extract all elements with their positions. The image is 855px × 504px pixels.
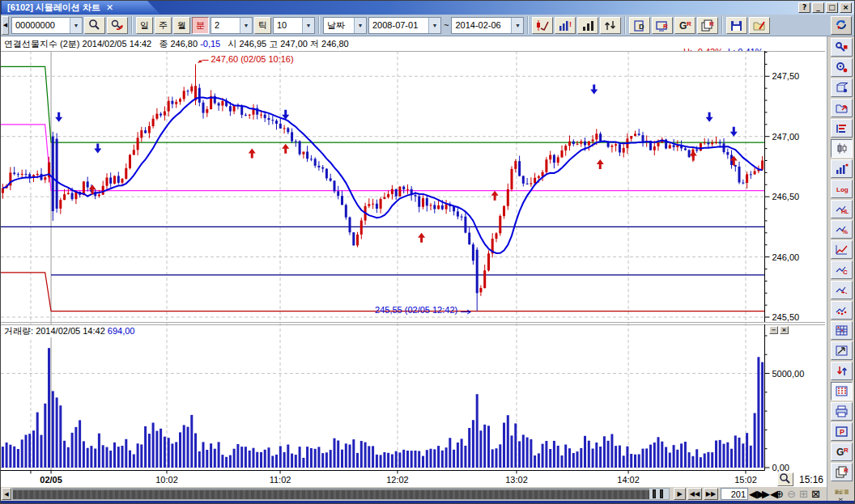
period-button-0[interactable]: 일 bbox=[136, 17, 153, 34]
symbol-input[interactable]: 00000000▼ bbox=[11, 17, 83, 34]
down-up-arrows-icon[interactable] bbox=[831, 362, 853, 380]
chevron-down-icon[interactable]: ▼ bbox=[302, 18, 314, 33]
date-from-select[interactable]: 2008-07-01▼ bbox=[368, 17, 441, 34]
separator bbox=[131, 16, 133, 34]
close-button[interactable]: × bbox=[840, 2, 852, 13]
data-table-icon[interactable] bbox=[831, 321, 853, 340]
tool-config-icon[interactable] bbox=[831, 38, 853, 57]
svg-text:14:02: 14:02 bbox=[617, 475, 640, 485]
close-value: 246,80 bbox=[170, 39, 198, 49]
trend-zoom-icon[interactable] bbox=[831, 341, 853, 360]
tab-close-icon[interactable]: ✕ bbox=[106, 1, 113, 15]
candle-chart-icon[interactable] bbox=[831, 139, 853, 158]
scrollbar-grip[interactable] bbox=[660, 489, 663, 498]
high-low-chart-icon[interactable]: HL bbox=[831, 200, 853, 218]
minute-select[interactable]: 2▼ bbox=[211, 17, 253, 34]
window-bottom-edge bbox=[1, 501, 854, 504]
chart-scrollbar[interactable] bbox=[12, 488, 670, 500]
line-chart-icon[interactable] bbox=[831, 240, 853, 259]
plus-minus-chart-icon[interactable]: +- bbox=[831, 281, 853, 299]
tick-count-select[interactable]: 10▼ bbox=[273, 17, 315, 34]
quote-header: 연결선물지수 (2분) 2014/02/05 14:42 종 246,80 -0… bbox=[4, 38, 349, 50]
svg-text:%: % bbox=[842, 228, 848, 235]
auto-refresh-icon[interactable]: GR bbox=[674, 17, 695, 34]
svg-text:D: D bbox=[639, 23, 644, 31]
help-button[interactable]: ? bbox=[798, 2, 810, 13]
period-button-3[interactable]: 분 bbox=[192, 17, 209, 34]
period-button-2[interactable]: 월 bbox=[173, 17, 190, 34]
volume-indicator-icon[interactable] bbox=[577, 17, 598, 34]
svg-text:R: R bbox=[709, 20, 714, 28]
percent-chart-icon[interactable]: % bbox=[831, 220, 853, 239]
bar-count-input[interactable] bbox=[721, 488, 748, 500]
scroll-left-button[interactable]: ◀ bbox=[2, 488, 11, 500]
volume-pane-close-button[interactable]: × bbox=[780, 326, 789, 334]
scatter-chart-icon[interactable] bbox=[831, 301, 853, 320]
title-bar: [6102] 시뮬레이션 차트✕ ? _ □ × bbox=[1, 1, 854, 15]
grid-toggle-icon[interactable] bbox=[831, 382, 853, 400]
data-window-icon[interactable]: D bbox=[629, 17, 650, 34]
symbol-search-button[interactable] bbox=[84, 17, 105, 34]
date-mode-select[interactable]: 날짜▼ bbox=[323, 17, 367, 34]
tile-window-icon[interactable]: ⊞ bbox=[799, 487, 808, 501]
chart-plot-area[interactable]: 247,60 (02/05 10:16)245,55 (02/05 12:42)… bbox=[1, 51, 827, 487]
svg-text:245,50: 245,50 bbox=[772, 312, 800, 322]
price-volume-chart[interactable]: 247,60 (02/05 10:16)245,55 (02/05 12:42)… bbox=[1, 51, 827, 487]
step-forward-button[interactable]: ▶ bbox=[674, 488, 686, 500]
export-icon[interactable] bbox=[749, 17, 770, 34]
volume-bars-icon[interactable] bbox=[831, 159, 853, 178]
object-box-icon[interactable] bbox=[831, 78, 853, 97]
indicator-list-icon[interactable] bbox=[831, 119, 853, 138]
svg-text:13:02: 13:02 bbox=[505, 475, 528, 485]
compare-chart-icon[interactable]: C bbox=[831, 260, 853, 279]
chevron-down-icon[interactable]: ▼ bbox=[240, 18, 252, 33]
print-icon[interactable] bbox=[831, 402, 853, 421]
chart-panel: 연결선물지수 (2분) 2014/02/05 14:42 종 246,80 -0… bbox=[1, 36, 827, 501]
print-preview-icon[interactable]: P bbox=[831, 422, 853, 441]
close-pane-icon[interactable]: ⊠ bbox=[811, 487, 820, 501]
separator bbox=[624, 16, 626, 34]
maximize-button[interactable]: □ bbox=[826, 2, 838, 13]
toolbar-scroll-left-icon[interactable]: ◀ bbox=[2, 16, 9, 35]
export-folder-icon[interactable] bbox=[831, 99, 853, 117]
chart-style-icon[interactable] bbox=[532, 17, 553, 34]
minimize-button[interactable]: _ bbox=[812, 2, 824, 13]
scrollbar-thumb[interactable] bbox=[13, 489, 649, 499]
period-button-1[interactable]: 주 bbox=[155, 17, 172, 34]
indicator-config-icon[interactable] bbox=[831, 58, 853, 77]
high-label: 고 bbox=[269, 39, 278, 49]
low-value: 246,80 bbox=[321, 39, 349, 49]
page-forward-button[interactable]: ▶▶ bbox=[704, 488, 718, 500]
chevron-down-icon[interactable]: ▼ bbox=[354, 18, 366, 33]
zoom-in-circle-icon[interactable]: ⊕ bbox=[775, 487, 784, 501]
fps-indicator-icon: FS bbox=[835, 487, 849, 497]
copy-chart-icon[interactable]: R bbox=[697, 17, 718, 34]
tick-button[interactable]: 틱 bbox=[254, 17, 271, 34]
query-button[interactable] bbox=[107, 17, 128, 34]
svg-text:Log: Log bbox=[836, 186, 849, 193]
open-label: 시 bbox=[228, 39, 236, 49]
sort-updown-icon[interactable] bbox=[600, 17, 621, 34]
window-tab[interactable]: [6102] 시뮬레이션 차트✕ bbox=[2, 1, 160, 15]
indicator-alert-icon[interactable]: ! bbox=[555, 17, 576, 34]
volume-pane-minimize-button[interactable]: − bbox=[769, 326, 778, 334]
date-to-select[interactable]: 2014-02-06▼ bbox=[451, 17, 524, 34]
chevron-down-icon[interactable]: ▼ bbox=[428, 18, 440, 33]
chart-region-icon[interactable]: R bbox=[652, 17, 673, 34]
save-icon[interactable] bbox=[726, 17, 747, 34]
zoom-out-circle-icon[interactable]: ⊖ bbox=[787, 487, 796, 501]
time-zoom-button[interactable] bbox=[777, 472, 793, 486]
svg-text:!: ! bbox=[569, 20, 572, 28]
copy-page-icon[interactable]: R bbox=[831, 463, 853, 481]
separator bbox=[527, 16, 529, 34]
page-back-button[interactable]: ◀◀ bbox=[687, 488, 702, 500]
scrollbar-grip[interactable] bbox=[653, 489, 656, 498]
svg-text:R: R bbox=[844, 467, 849, 474]
right-tool-sidebar: LogHL%C+-PGRR FS » bbox=[827, 36, 855, 504]
svg-text:5000,00: 5000,00 bbox=[772, 369, 805, 379]
chevron-down-icon[interactable]: ▼ bbox=[511, 18, 523, 33]
log-scale-icon[interactable]: Log bbox=[831, 180, 853, 198]
refresh-g-icon[interactable]: GR bbox=[831, 443, 853, 461]
chevron-down-icon[interactable]: ▼ bbox=[70, 18, 82, 33]
refresh-sync-button[interactable] bbox=[831, 16, 852, 35]
